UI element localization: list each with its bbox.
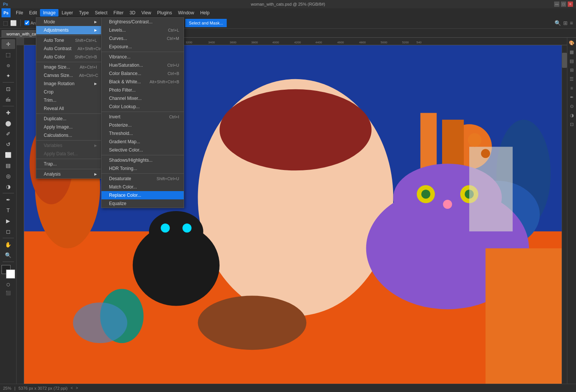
background-color[interactable] [6,270,15,279]
adj-color-lookup[interactable]: Color Lookup... [101,103,184,111]
adj-equalize[interactable]: Equalize [101,199,184,208]
color-panel-button[interactable]: 🎨 [568,39,576,47]
patterns-panel-button[interactable]: ⊞ [568,66,576,74]
close-button[interactable]: ✕ [568,2,573,7]
swatches-panel-button[interactable]: ▦ [568,48,576,56]
clone-stamp-tool[interactable]: ✐ [2,129,15,139]
properties-panel-button[interactable]: ⊙ [568,103,576,110]
magic-wand-tool[interactable]: ✦ [2,71,15,81]
paths-panel-button[interactable]: ✒ [568,93,576,101]
vertical-scrollbar[interactable] [562,45,567,384]
adj-exposure[interactable]: Exposure... [101,43,184,51]
menu-plugins[interactable]: Plugins [154,9,175,17]
menu-calculations[interactable]: Calculations... [36,131,101,139]
adj-desaturate[interactable]: Desaturate Shift+Ctrl+U [101,175,184,183]
quick-mask-button[interactable]: ⬡ [2,281,15,288]
eraser-tool[interactable]: ⬜ [2,150,15,160]
adj-gradient-map[interactable]: Gradient Map... [101,138,184,146]
hand-tool[interactable]: ✋ [2,240,15,250]
adj-color-balance[interactable]: Color Balance... Ctrl+B [101,69,184,78]
menu-layer[interactable]: Layer [58,9,76,17]
gradient-tool[interactable]: ▤ [2,161,15,170]
gradients-panel-button[interactable]: ▤ [568,57,576,65]
blur-tool[interactable]: ◎ [2,171,15,181]
select-and-mask-button[interactable]: Select and Mask... [185,19,227,27]
menu-auto-contrast[interactable]: Auto Contrast Alt+Shift+Ctrl+L [36,44,101,53]
path-selection-tool[interactable]: ▶ [2,216,15,226]
eyedropper-tool[interactable]: 🖮 [2,95,15,104]
healing-brush-tool[interactable]: ✚ [2,108,15,118]
adj-channel-mixer[interactable]: Channel Mixer... [101,94,184,103]
brush-tool[interactable]: ⬤ [2,118,15,128]
channels-panel-button[interactable]: ≡ [568,84,576,92]
adj-threshold[interactable]: Threshold... [101,129,184,138]
menu-window[interactable]: Window [175,9,197,17]
menu-crop[interactable]: Crop [36,88,101,96]
menu-file[interactable]: File [13,9,26,17]
history-brush-tool[interactable]: ↺ [2,139,15,149]
adj-levels[interactable]: Levels... Ctrl+L [101,26,184,34]
menu-select[interactable]: Select [92,9,110,17]
adj-hdr-toning[interactable]: HDR Toning... [101,164,184,173]
menu-adjustments[interactable]: Adjustments [36,26,101,34]
menu-image[interactable]: Image [40,9,58,17]
search-icon[interactable]: 🔍 [554,20,561,26]
zoom-tool[interactable]: 🔍 [2,250,15,260]
crop-tool[interactable]: ⊡ [2,84,15,94]
color-swatches[interactable] [2,265,15,279]
pen-tool[interactable]: ✒ [2,195,15,205]
adj-brightness-contrast[interactable]: Brightness/Contrast... [101,18,184,26]
menu-analysis[interactable]: Analysis [36,170,101,178]
menu-3d[interactable]: 3D [126,9,138,17]
minimize-button[interactable]: — [554,2,559,7]
adj-photo-filter[interactable]: Photo Filter... [101,86,184,94]
menu-auto-tone[interactable]: Auto Tone Shift+Ctrl+L [36,36,101,44]
menu-variables[interactable]: Variables [36,141,101,150]
nav-left-button[interactable]: < [71,386,73,390]
search2-icon[interactable]: ⊞ [563,20,568,26]
menu-mode[interactable]: Mode [36,18,101,26]
lasso-tool[interactable]: ⌾ [2,60,15,70]
ruler-mark: 4400 [315,41,322,44]
maximize-button[interactable]: □ [561,2,566,7]
adjustments-panel-button[interactable]: ◑ [568,112,576,119]
adj-shadows-highlights[interactable]: Shadows/Highlights... [101,156,184,164]
menu-trim[interactable]: Trim... [36,96,101,104]
text-tool[interactable]: T [2,205,15,215]
menu-help[interactable]: Help [197,9,213,17]
menu-type[interactable]: Type [76,9,92,17]
menu-image-rotation[interactable]: Image Rotation [36,80,101,88]
adj-posterize[interactable]: Posterize... [101,121,184,129]
menu-apply-image[interactable]: Apply Image... [36,123,101,131]
move-tool[interactable]: ✛ [2,39,15,49]
curves-shortcut: Ctrl+M [167,36,179,41]
menu-image-size[interactable]: Image Size... Alt+Ctrl+I [36,63,101,71]
shape-tool[interactable]: ◻ [2,227,15,236]
dodge-tool[interactable]: ◑ [2,182,15,191]
menu-view[interactable]: View [138,9,154,17]
auto-contrast-label: Auto Contrast [44,46,71,51]
scrollbar-thumb-v[interactable] [562,53,567,68]
menu-reveal-all[interactable]: Reveal All [36,104,101,113]
adj-selective-color[interactable]: Selective Color... [101,146,184,154]
adj-replace-color[interactable]: Replace Color... [101,191,184,199]
menu-duplicate[interactable]: Duplicate... [36,115,101,123]
adj-curves[interactable]: Curves... Ctrl+M [101,34,184,43]
menu-auto-color[interactable]: Auto Color Shift+Ctrl+B [36,53,101,61]
menu-filter[interactable]: Filter [111,9,127,17]
libraries-panel-button[interactable]: ⊡ [568,121,576,128]
antialias-checkbox[interactable] [25,20,29,25]
screen-mode-button[interactable]: ⬛ [2,289,15,297]
adj-invert[interactable]: Invert Ctrl+I [101,113,184,121]
layers-panel-button[interactable]: ☰ [568,75,576,83]
adj-hue-saturation[interactable]: Hue/Saturation... Ctrl+U [101,61,184,69]
panels-icon[interactable]: ≡ [570,20,573,26]
selection-tool[interactable]: ⬚ [2,50,15,60]
adj-match-color[interactable]: Match Color... [101,183,184,191]
nav-right-button[interactable]: > [76,386,78,390]
menu-edit[interactable]: Edit [26,9,40,17]
adj-vibrance[interactable]: Vibrance... [101,53,184,61]
adj-black-white[interactable]: Black & White... Alt+Shift+Ctrl+B [101,78,184,86]
menu-canvas-size[interactable]: Canvas Size... Alt+Ctrl+C [36,71,101,80]
menu-trap[interactable]: Trap... [36,160,101,168]
